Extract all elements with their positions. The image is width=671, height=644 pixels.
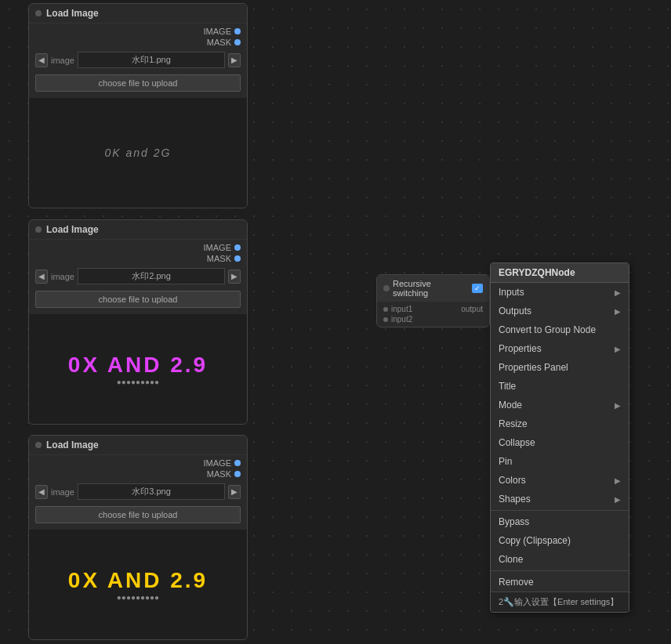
node3-controls: ◀ image 水印3.png ▶	[29, 480, 247, 503]
recursive-input1-row: input1 output	[383, 305, 483, 313]
cm-footer-label: 2🔧输入设置【Enter settings】	[499, 596, 618, 608]
node2-header: Load Image	[29, 220, 247, 240]
node3-img-label: image	[51, 487, 74, 497]
node3-filename: 水印3.png	[78, 483, 225, 500]
cm-mode-arrow: ▶	[615, 401, 621, 410]
cm-convert-label: Convert to Group Node	[499, 324, 596, 335]
node1-img-label: image	[51, 56, 74, 65]
cm-item-mode[interactable]: Mode ▶	[491, 396, 629, 414]
node2-outputs: IMAGE MASK	[29, 240, 247, 265]
cm-item-resize[interactable]: Resize	[491, 414, 629, 433]
cm-item-inputs[interactable]: Inputs ▶	[491, 283, 629, 302]
context-menu-header: EGRYDZQHNode	[491, 263, 629, 283]
node3-next-btn[interactable]: ▶	[228, 485, 241, 499]
node3-header: Load Image	[29, 436, 247, 455]
load-image-node-2: Load Image IMAGE MASK ◀ image 水印2.png ▶ …	[28, 219, 248, 425]
recursive-body: input1 output input2	[377, 302, 489, 327]
cm-item-properties[interactable]: Properties ▶	[491, 339, 629, 358]
cm-colors-arrow: ▶	[615, 476, 621, 485]
cm-shapes-label: Shapes	[499, 494, 531, 505]
node2-next-btn[interactable]: ▶	[228, 270, 241, 284]
cm-item-colors[interactable]: Colors ▶	[491, 471, 629, 490]
node2-prev-btn[interactable]: ◀	[35, 270, 48, 284]
node1-preview-text: 0K and 2G	[105, 147, 172, 159]
node3-mask-connector	[234, 471, 241, 477]
node1-title: Load Image	[46, 8, 99, 19]
cm-inputs-arrow: ▶	[615, 288, 621, 297]
recursive-node: Recursive switching ✓ input1 output inpu…	[376, 274, 490, 327]
node1-header: Load Image	[29, 4, 247, 24]
node2-img-label: image	[51, 272, 74, 281]
recursive-header: Recursive switching ✓	[377, 275, 489, 302]
node2-watermark: 0X AND 2.9	[68, 353, 208, 378]
cm-item-pin[interactable]: Pin	[491, 452, 629, 471]
cm-mode-label: Mode	[499, 400, 522, 411]
node2-upload-wrap: choose file to upload	[29, 291, 247, 314]
recursive-title: Recursive switching	[393, 279, 469, 298]
cm-title-label: Title	[499, 381, 516, 392]
node3-output-image: IMAGE	[204, 458, 241, 468]
node3-upload-btn[interactable]: choose file to upload	[35, 506, 241, 523]
node1-output-image: IMAGE	[204, 27, 241, 36]
cm-item-footer[interactable]: 2🔧输入设置【Enter settings】	[491, 592, 629, 612]
node1-image-connector	[234, 28, 241, 34]
node2-watermark-sub: ●●●●●●●●●	[68, 378, 208, 386]
node1-status-dot	[35, 10, 42, 16]
node1-next-btn[interactable]: ▶	[228, 53, 241, 67]
node1-mask-connector	[234, 39, 241, 45]
canvas-area: Load Image IMAGE MASK ◀ image 水印1.png ▶ …	[0, 0, 671, 644]
cm-outputs-arrow: ▶	[615, 307, 621, 316]
node3-prev-btn[interactable]: ◀	[35, 485, 48, 499]
cm-shapes-arrow: ▶	[615, 495, 621, 504]
node1-upload-btn[interactable]: choose file to upload	[35, 74, 241, 92]
cm-item-remove[interactable]: Remove	[491, 573, 629, 592]
cm-collapse-label: Collapse	[499, 437, 535, 448]
cm-item-shapes[interactable]: Shapes ▶	[491, 490, 629, 508]
load-image-node-1: Load Image IMAGE MASK ◀ image 水印1.png ▶ …	[28, 3, 248, 208]
cm-properties-label: Properties	[499, 343, 542, 354]
recursive-output-label: output	[461, 305, 483, 313]
node2-title: Load Image	[46, 224, 99, 235]
node2-upload-btn[interactable]: choose file to upload	[35, 291, 241, 308]
node3-output-mask: MASK	[207, 469, 241, 479]
node2-mask-label: MASK	[207, 254, 231, 263]
cm-item-convert[interactable]: Convert to Group Node	[491, 320, 629, 339]
cm-item-collapse[interactable]: Collapse	[491, 433, 629, 452]
node1-prev-btn[interactable]: ◀	[35, 53, 48, 67]
cm-item-properties-panel[interactable]: Properties Panel	[491, 358, 629, 377]
node3-outputs: IMAGE MASK	[29, 455, 247, 480]
cm-copy-label: Copy (Clipspace)	[499, 535, 571, 546]
node1-image-label: IMAGE	[204, 27, 231, 36]
node2-status-dot	[35, 226, 42, 233]
cm-divider-1	[491, 510, 629, 511]
node3-watermark: 0X AND 2.9	[68, 568, 208, 593]
node1-upload-wrap: choose file to upload	[29, 74, 247, 98]
node3-status-dot	[35, 442, 42, 448]
node3-mask-label: MASK	[207, 469, 231, 479]
cm-pin-label: Pin	[499, 456, 512, 467]
cm-divider-2	[491, 570, 629, 571]
cm-bypass-label: Bypass	[499, 516, 529, 527]
cm-item-copy[interactable]: Copy (Clipspace)	[491, 531, 629, 550]
node2-filename: 水印2.png	[78, 268, 225, 284]
load-image-node-3: Load Image IMAGE MASK ◀ image 水印3.png ▶ …	[28, 435, 248, 640]
node1-outputs: IMAGE MASK	[29, 24, 247, 49]
cm-properties-panel-label: Properties Panel	[499, 362, 568, 373]
node1-mask-label: MASK	[207, 38, 231, 47]
recursive-input2-dot	[383, 317, 388, 322]
cm-inputs-label: Inputs	[499, 287, 524, 298]
cm-item-bypass[interactable]: Bypass	[491, 512, 629, 531]
cm-item-title[interactable]: Title	[491, 377, 629, 396]
context-menu: EGRYDZQHNode Inputs ▶ Outputs ▶ Convert …	[490, 262, 629, 613]
cm-colors-label: Colors	[499, 475, 526, 486]
node2-output-mask: MASK	[207, 254, 241, 263]
recursive-input2-label: input2	[391, 315, 412, 324]
node3-preview: 0X AND 2.9 ●●●●●●●●●	[29, 530, 247, 639]
cm-resize-label: Resize	[499, 418, 528, 429]
node3-upload-wrap: choose file to upload	[29, 506, 247, 530]
node3-watermark-sub: ●●●●●●●●●	[68, 593, 208, 602]
node3-image-connector	[234, 460, 241, 466]
cm-item-outputs[interactable]: Outputs ▶	[491, 302, 629, 320]
cm-item-clone[interactable]: Clone	[491, 550, 629, 569]
node1-watermark: 0K and 2G	[105, 147, 172, 159]
